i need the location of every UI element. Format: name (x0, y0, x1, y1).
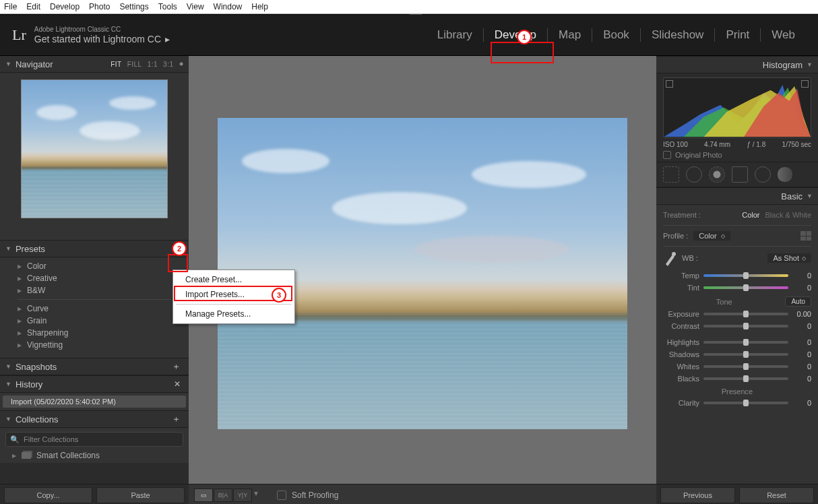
logo-icon: Lr (12, 26, 26, 44)
view-mode-segment[interactable]: ▭ B|A Y|Y ▾ (194, 489, 259, 502)
collections-header[interactable]: ▼ Collections ＋ (0, 410, 189, 428)
history-entry[interactable]: Import (05/02/2020 5:40:02 PM) (3, 396, 186, 408)
slider-tint[interactable]: Tint0 (663, 282, 811, 294)
previous-button[interactable]: Previous (660, 487, 735, 503)
graduated-filter-tool-icon[interactable] (732, 166, 748, 183)
brush-tool-icon[interactable] (778, 167, 792, 182)
history-header[interactable]: ▼ History ✕ (0, 375, 189, 393)
presence-section: Presence (663, 387, 811, 396)
preset-group[interactable]: ▶B&W (0, 284, 189, 296)
original-photo-checkbox[interactable] (663, 151, 671, 159)
history-title: History (15, 379, 42, 389)
navigator-header[interactable]: ▼ Navigator FIT FILL 1:1 3:1 ◆ (0, 56, 189, 73)
caret-right-icon: ▶ (18, 306, 22, 312)
chevron-updown-icon: ◇ (721, 233, 725, 239)
app-window: Lr Adobe Lightroom Classic CC Get starte… (0, 14, 818, 504)
menu-file[interactable]: File (4, 2, 17, 11)
treatment-row: Treatment : Color Black & White (663, 208, 811, 222)
product-title[interactable]: Get started with Lightroom CC ▸ (34, 34, 170, 45)
slider-shadows[interactable]: Shadows0 (663, 348, 811, 360)
logo-block: Lr Adobe Lightroom Classic CC Get starte… (12, 26, 170, 45)
presets-header[interactable]: ▼ Presets ＋ (0, 240, 189, 257)
navigator-body (0, 73, 189, 240)
slider-temp[interactable]: Temp0 (663, 270, 811, 282)
histogram-header[interactable]: Histogram ▼ (656, 56, 818, 73)
preset-group[interactable]: ▶Vignetting (0, 339, 189, 351)
menu-settings[interactable]: Settings (119, 2, 148, 11)
original-photo-row[interactable]: Original Photo (663, 151, 811, 159)
spot-removal-tool-icon[interactable] (686, 166, 702, 183)
preset-group[interactable]: ▶Creative (0, 272, 189, 284)
preset-group[interactable]: ▶Color (0, 260, 189, 272)
before-after-tb-button[interactable]: Y|Y (233, 489, 252, 502)
slider-highlights[interactable]: Highlights0 (663, 336, 811, 348)
snapshots-header[interactable]: ▼ Snapshots ＋ (0, 358, 189, 375)
slider-blacks[interactable]: Blacks0 (663, 373, 811, 385)
treatment-color[interactable]: Color (742, 211, 759, 219)
collection-smart[interactable]: ▶ Smart Collections (0, 449, 189, 462)
treatment-bw[interactable]: Black & White (765, 211, 811, 219)
tone-section: ToneAuto (663, 296, 811, 307)
left-footer: Copy... Paste (0, 484, 189, 504)
slider-exposure[interactable]: Exposure0.00 (663, 308, 811, 320)
menu-tools[interactable]: Tools (158, 2, 177, 11)
module-book[interactable]: Book (592, 28, 641, 42)
loupe-view-button[interactable]: ▭ (194, 489, 213, 502)
profile-select[interactable]: Color◇ (693, 231, 730, 241)
soft-proof-checkbox[interactable] (277, 491, 286, 500)
left-panel: ▼ Navigator FIT FILL 1:1 3:1 ◆ (0, 56, 189, 504)
menu-photo[interactable]: Photo (89, 2, 110, 11)
clear-history-button[interactable]: ✕ (171, 379, 183, 389)
menu-window[interactable]: Window (214, 2, 243, 11)
disclosure-triangle-icon: ▼ (5, 416, 11, 422)
menu-help[interactable]: Help (251, 2, 268, 11)
redeye-tool-icon[interactable] (709, 166, 725, 183)
os-menubar[interactable]: File Edit Develop Photo Settings Tools V… (0, 0, 818, 14)
preset-group[interactable]: ▶Sharpening (0, 327, 189, 339)
module-slideshow[interactable]: Slideshow (641, 28, 716, 42)
highlight-clip-indicator[interactable] (801, 80, 809, 88)
histogram-chart[interactable] (663, 77, 811, 138)
navigator-zoom[interactable]: FIT FILL 1:1 3:1 ◆ (111, 61, 183, 68)
radial-filter-tool-icon[interactable] (755, 166, 771, 183)
crop-tool-icon[interactable] (663, 166, 679, 183)
paste-button[interactable]: Paste (96, 487, 185, 503)
copy-button[interactable]: Copy... (4, 487, 92, 503)
menu-manage-presets[interactable]: Manage Presets... (173, 307, 294, 321)
auto-tone-button[interactable]: Auto (785, 296, 811, 307)
callout-number-1: 1 (517, 30, 532, 44)
add-collection-button[interactable]: ＋ (169, 413, 183, 425)
module-print[interactable]: Print (715, 28, 761, 42)
preset-group[interactable]: ▶Curve (0, 303, 189, 315)
chevron-down-icon[interactable]: ▾ (253, 489, 259, 502)
reset-button[interactable]: Reset (739, 487, 814, 503)
preset-group[interactable]: ▶Grain (0, 315, 189, 327)
svg-point-4 (672, 252, 676, 256)
basic-header[interactable]: Basic ▼ (656, 187, 818, 205)
add-snapshot-button[interactable]: ＋ (169, 360, 183, 373)
wb-select[interactable]: As Shot◇ (767, 253, 811, 263)
disclosure-triangle-icon: ▼ (5, 381, 11, 387)
menu-edit[interactable]: Edit (26, 2, 40, 11)
navigator-thumbnail[interactable] (21, 80, 168, 218)
filter-collections-input[interactable]: 🔍 Filter Collections (5, 432, 183, 447)
module-header: Lr Adobe Lightroom Classic CC Get starte… (0, 15, 818, 56)
menu-develop[interactable]: Develop (50, 2, 80, 11)
shadow-clip-indicator[interactable] (666, 80, 673, 88)
menu-separator (176, 304, 292, 305)
menu-view[interactable]: View (187, 2, 204, 11)
snapshots-title: Snapshots (15, 362, 57, 372)
menu-create-preset[interactable]: Create Preset... (173, 272, 294, 287)
before-after-lr-button[interactable]: B|A (214, 489, 232, 502)
eyedropper-icon[interactable] (663, 249, 677, 267)
module-map[interactable]: Map (548, 28, 592, 42)
profile-browser-button[interactable] (800, 231, 811, 241)
module-library[interactable]: Library (427, 28, 484, 42)
callout-box-2 (168, 254, 188, 272)
slider-contrast[interactable]: Contrast0 (663, 320, 811, 332)
slider-whites[interactable]: Whites0 (663, 360, 811, 373)
module-develop[interactable]: Develop (484, 28, 548, 42)
slider-clarity[interactable]: Clarity0 (663, 397, 811, 409)
module-web[interactable]: Web (761, 28, 806, 42)
right-panel: Histogram ▼ ISO 100 4.74 mm (656, 56, 818, 504)
